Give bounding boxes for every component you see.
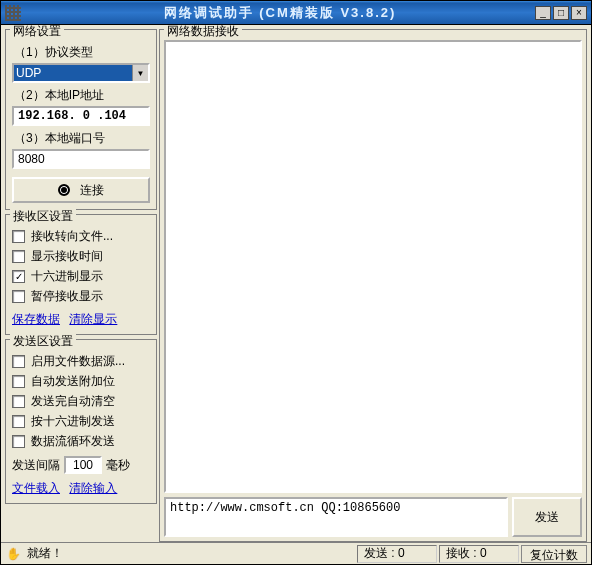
send-check-label: 启用文件数据源... bbox=[31, 353, 125, 370]
recv-check-label: 暂停接收显示 bbox=[31, 288, 103, 305]
send-settings-group: 发送区设置 启用文件数据源...自动发送附加位发送完自动清空按十六进制发送数据流… bbox=[5, 339, 157, 504]
statusbar: ✋ 就绪！ 发送 : 0 接收 : 0 复位计数 bbox=[1, 542, 591, 564]
send-check-label: 数据流循环发送 bbox=[31, 433, 115, 450]
checkbox-icon bbox=[12, 435, 25, 448]
chevron-down-icon: ▼ bbox=[132, 65, 148, 81]
local-ip-label: （2）本地IP地址 bbox=[14, 87, 150, 104]
protocol-value: UDP bbox=[16, 66, 41, 80]
recv-check-label: 接收转向文件... bbox=[31, 228, 113, 245]
recv-settings-group: 接收区设置 接收转向文件...显示接收时间✓十六进制显示暂停接收显示 保存数据 … bbox=[5, 214, 157, 335]
window-title: 网络调试助手 (CM精装版 V3.8.2) bbox=[25, 4, 535, 22]
status-recv-count: 接收 : 0 bbox=[439, 545, 519, 563]
protocol-select[interactable]: UDP ▼ bbox=[12, 63, 150, 83]
status-ready: 就绪！ bbox=[23, 545, 355, 562]
local-port-input[interactable] bbox=[12, 149, 150, 169]
save-data-link[interactable]: 保存数据 bbox=[12, 312, 60, 326]
send-button[interactable]: 发送 bbox=[512, 497, 582, 537]
send-check-0[interactable]: 启用文件数据源... bbox=[12, 353, 150, 370]
recv-check-2[interactable]: ✓十六进制显示 bbox=[12, 268, 150, 285]
send-check-1[interactable]: 自动发送附加位 bbox=[12, 373, 150, 390]
send-label: 发送 bbox=[535, 509, 559, 526]
network-settings-group: 网络设置 （1）协议类型 UDP ▼ （2）本地IP地址 （3）本地端口号 连接 bbox=[5, 29, 157, 210]
send-settings-title: 发送区设置 bbox=[10, 333, 76, 350]
maximize-button[interactable]: □ bbox=[553, 6, 569, 20]
checkbox-icon: ✓ bbox=[12, 270, 25, 283]
reset-counter-button[interactable]: 复位计数 bbox=[521, 545, 587, 563]
file-load-link[interactable]: 文件载入 bbox=[12, 481, 60, 495]
recv-check-1[interactable]: 显示接收时间 bbox=[12, 248, 150, 265]
checkbox-icon bbox=[12, 230, 25, 243]
local-port-label: （3）本地端口号 bbox=[14, 130, 150, 147]
send-check-label: 发送完自动清空 bbox=[31, 393, 115, 410]
titlebar: 网络调试助手 (CM精装版 V3.8.2) _ □ × bbox=[1, 1, 591, 25]
recv-panel: 网络数据接收 http://www.cmsoft.cn QQ:10865600 … bbox=[159, 29, 587, 542]
checkbox-icon bbox=[12, 250, 25, 263]
status-send-count: 发送 : 0 bbox=[357, 545, 437, 563]
local-ip-input[interactable] bbox=[12, 106, 150, 126]
protocol-label: （1）协议类型 bbox=[14, 44, 150, 61]
interval-label: 发送间隔 bbox=[12, 457, 60, 474]
status-icon: ✋ bbox=[5, 547, 21, 561]
connect-label: 连接 bbox=[80, 182, 104, 199]
recv-panel-title: 网络数据接收 bbox=[164, 25, 242, 40]
interval-input[interactable] bbox=[64, 456, 102, 474]
connect-status-icon bbox=[58, 184, 70, 196]
send-check-2[interactable]: 发送完自动清空 bbox=[12, 393, 150, 410]
minimize-button[interactable]: _ bbox=[535, 6, 551, 20]
checkbox-icon bbox=[12, 415, 25, 428]
clear-display-link[interactable]: 清除显示 bbox=[69, 312, 117, 326]
recv-check-label: 十六进制显示 bbox=[31, 268, 103, 285]
checkbox-icon bbox=[12, 355, 25, 368]
send-check-label: 按十六进制发送 bbox=[31, 413, 115, 430]
recv-settings-title: 接收区设置 bbox=[10, 208, 76, 225]
connect-button[interactable]: 连接 bbox=[12, 177, 150, 203]
app-icon bbox=[5, 5, 21, 21]
send-textarea[interactable]: http://www.cmsoft.cn QQ:10865600 bbox=[164, 497, 508, 537]
recv-textarea[interactable] bbox=[164, 40, 582, 493]
send-check-label: 自动发送附加位 bbox=[31, 373, 115, 390]
send-check-4[interactable]: 数据流循环发送 bbox=[12, 433, 150, 450]
interval-unit: 毫秒 bbox=[106, 457, 130, 474]
send-check-3[interactable]: 按十六进制发送 bbox=[12, 413, 150, 430]
recv-check-0[interactable]: 接收转向文件... bbox=[12, 228, 150, 245]
clear-input-link[interactable]: 清除输入 bbox=[69, 481, 117, 495]
recv-check-label: 显示接收时间 bbox=[31, 248, 103, 265]
recv-check-3[interactable]: 暂停接收显示 bbox=[12, 288, 150, 305]
checkbox-icon bbox=[12, 395, 25, 408]
checkbox-icon bbox=[12, 375, 25, 388]
close-button[interactable]: × bbox=[571, 6, 587, 20]
network-settings-title: 网络设置 bbox=[10, 25, 64, 40]
checkbox-icon bbox=[12, 290, 25, 303]
